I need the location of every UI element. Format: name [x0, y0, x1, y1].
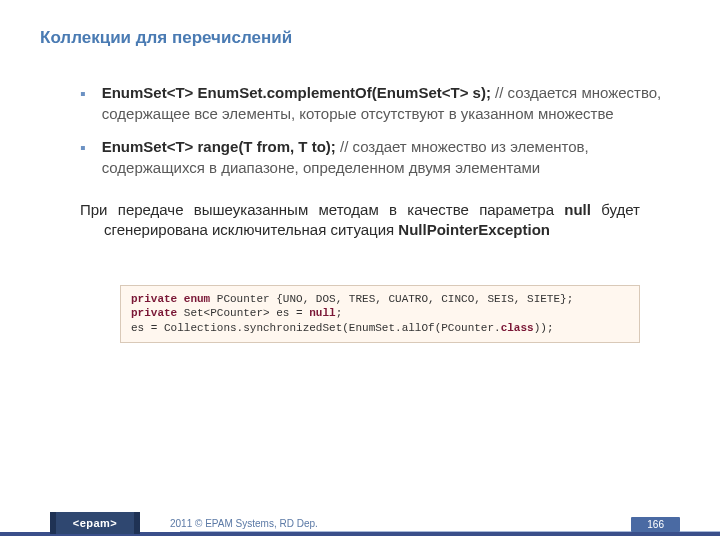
page-number: 166 [631, 517, 680, 532]
footer: <epam> 2011 © EPAM Systems, RD Dep. 166 [0, 506, 720, 536]
code-text: Set<PCounter> es = [177, 307, 309, 319]
list-item: ▪ EnumSet<T> range(T from, T to); // соз… [80, 136, 680, 178]
method-signature: EnumSet<T> EnumSet.complementOf(EnumSet<… [102, 84, 491, 101]
bullet-text: EnumSet<T> range(T from, T to); // созда… [102, 136, 680, 178]
bullet-icon: ▪ [80, 137, 86, 178]
code-text: ; [336, 307, 343, 319]
list-item: ▪ EnumSet<T> EnumSet.complementOf(EnumSe… [80, 82, 680, 124]
code-keyword: class [501, 322, 534, 334]
code-text: PCounter {UNO, DOS, TRES, CUATRO, CINCO,… [210, 293, 573, 305]
code-text: es = Collections.synchronizedSet(EnumSet… [131, 322, 501, 334]
paragraph-text: При передаче вышеуказанным методам в кач… [80, 201, 564, 218]
paragraph-bold: NullPointerException [398, 221, 550, 238]
code-keyword: private [131, 307, 177, 319]
bullet-icon: ▪ [80, 83, 86, 124]
bullet-list: ▪ EnumSet<T> EnumSet.complementOf(EnumSe… [80, 82, 680, 178]
bullet-text: EnumSet<T> EnumSet.complementOf(EnumSet<… [102, 82, 680, 124]
epam-logo: <epam> [50, 512, 140, 534]
slide: Коллекции для перечислений ▪ EnumSet<T> … [0, 0, 720, 540]
paragraph-bold: null [564, 201, 591, 218]
method-signature: EnumSet<T> range(T from, T to); [102, 138, 336, 155]
logo-text: <epam> [73, 517, 118, 529]
code-keyword: null [309, 307, 335, 319]
slide-title: Коллекции для перечислений [40, 28, 680, 48]
code-block: private enum PCounter {UNO, DOS, TRES, C… [120, 285, 640, 344]
code-keyword: private enum [131, 293, 210, 305]
copyright-text: 2011 © EPAM Systems, RD Dep. [170, 518, 318, 529]
code-text: )); [534, 322, 554, 334]
note-paragraph: При передаче вышеуказанным методам в кач… [80, 200, 640, 241]
